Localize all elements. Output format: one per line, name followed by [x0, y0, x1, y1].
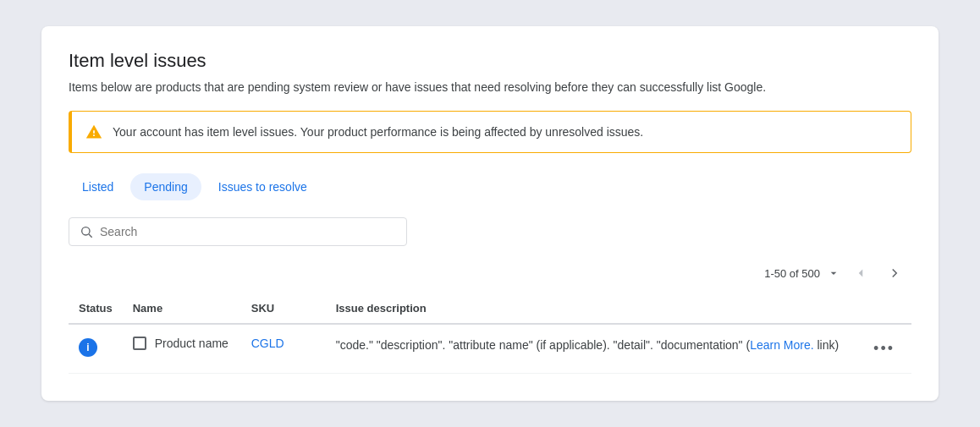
- items-table: Status Name SKU Issue description i: [69, 293, 911, 374]
- search-icon: [80, 225, 93, 238]
- table-header: Status Name SKU Issue description: [69, 293, 911, 324]
- product-name: Product name: [155, 337, 228, 350]
- pagination-range: 1-50 of 500: [764, 267, 820, 280]
- more-actions-button[interactable]: •••: [867, 337, 901, 361]
- main-card: Item level issues Items below are produc…: [41, 26, 939, 401]
- sku-link[interactable]: CGLD: [251, 337, 284, 350]
- sku-cell: CGLD: [241, 324, 326, 374]
- status-cell: i: [69, 324, 123, 374]
- alert-banner: Your account has item level issues. Your…: [69, 111, 911, 153]
- search-box: [69, 217, 407, 246]
- page-title: Item level issues: [69, 50, 911, 72]
- issue-cell: "code." "description". "attribute name" …: [326, 324, 856, 374]
- chevron-down-icon: [827, 266, 840, 280]
- info-status-icon: i: [79, 338, 97, 357]
- warning-icon: [85, 123, 102, 140]
- chevron-right-icon: [887, 266, 902, 281]
- col-header-status: Status: [69, 293, 123, 324]
- tab-issues[interactable]: Issues to resolve: [205, 173, 321, 200]
- alert-text: Your account has item level issues. Your…: [113, 125, 643, 139]
- search-input[interactable]: [100, 225, 396, 238]
- row-checkbox[interactable]: [133, 337, 146, 350]
- tab-bar: Listed Pending Issues to resolve: [69, 173, 911, 200]
- search-container: [69, 217, 911, 246]
- svg-line-1: [89, 234, 92, 238]
- chevron-left-icon: [853, 266, 868, 281]
- issue-text: "code." "description". "attribute name" …: [336, 338, 750, 352]
- col-header-actions: [856, 293, 911, 324]
- table-body: i Product name CGLD "code." "description…: [69, 324, 911, 374]
- issue-description: "code." "description". "attribute name" …: [336, 338, 839, 352]
- action-cell: •••: [856, 324, 911, 374]
- pagination-row: 1-50 of 500: [69, 260, 911, 287]
- tab-listed[interactable]: Listed: [69, 173, 127, 200]
- product-name-cell: Product name: [123, 324, 241, 374]
- prev-page-button[interactable]: [847, 260, 874, 287]
- col-header-issue: Issue description: [326, 293, 856, 324]
- learn-more-link[interactable]: Learn More.: [750, 338, 813, 352]
- issue-suffix: link): [818, 338, 840, 352]
- col-header-sku: SKU: [241, 293, 326, 324]
- col-header-name: Name: [123, 293, 241, 324]
- table-row: i Product name CGLD "code." "description…: [69, 324, 911, 374]
- svg-point-0: [82, 227, 90, 235]
- page-subtitle: Items below are products that are pendin…: [69, 80, 911, 94]
- pagination-dropdown[interactable]: [827, 266, 840, 280]
- next-page-button[interactable]: [881, 260, 908, 287]
- tab-pending[interactable]: Pending: [130, 173, 201, 200]
